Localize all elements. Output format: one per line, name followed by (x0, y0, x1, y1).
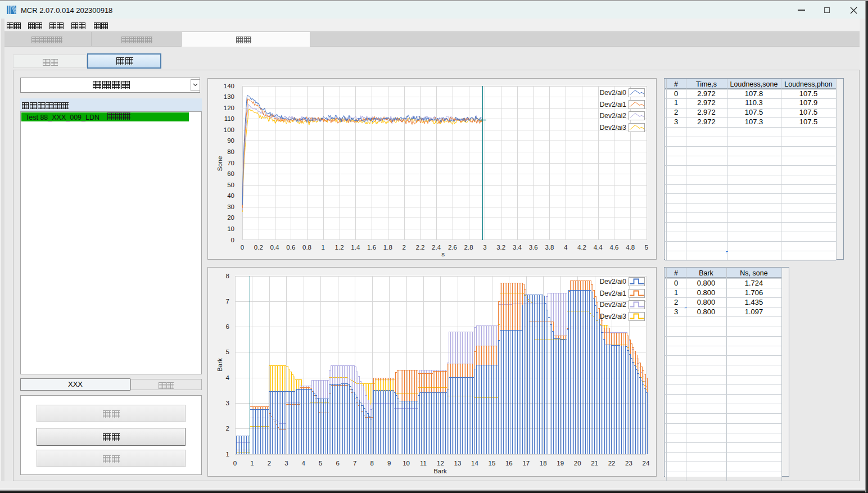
svg-text:0.8: 0.8 (302, 244, 311, 251)
svg-text:Bark: Bark (216, 358, 223, 372)
svg-text:18: 18 (540, 460, 547, 467)
svg-text:4.6: 4.6 (610, 244, 619, 251)
svg-text:3.6: 3.6 (529, 244, 538, 251)
svg-text:0: 0 (231, 237, 234, 243)
svg-text:1: 1 (226, 451, 229, 458)
svg-text:12: 12 (437, 460, 444, 467)
svg-text:Dev2/ai3: Dev2/ai3 (600, 313, 627, 320)
svg-text:2: 2 (226, 425, 229, 432)
svg-text:3: 3 (226, 400, 229, 406)
svg-text:30: 30 (227, 203, 234, 210)
svg-text:3.4: 3.4 (513, 244, 522, 251)
svg-text:3: 3 (284, 460, 288, 467)
svg-text:11: 11 (420, 460, 427, 467)
svg-text:0.2: 0.2 (254, 244, 263, 251)
svg-text:3.2: 3.2 (496, 244, 505, 251)
svg-text:Dev2/ai0: Dev2/ai0 (600, 89, 627, 97)
svg-text:80: 80 (227, 148, 234, 155)
svg-text:2.6: 2.6 (448, 244, 457, 251)
svg-text:Sone: Sone (216, 156, 223, 171)
svg-text:7: 7 (226, 298, 229, 305)
svg-text:23: 23 (625, 460, 632, 467)
svg-text:40: 40 (227, 192, 234, 199)
svg-text:1.4: 1.4 (351, 244, 360, 251)
svg-text:0: 0 (233, 460, 237, 467)
svg-text:1.2: 1.2 (335, 244, 344, 251)
svg-text:10: 10 (403, 460, 410, 467)
svg-text:6: 6 (226, 323, 229, 330)
svg-text:Dev2/ai2: Dev2/ai2 (600, 112, 627, 120)
svg-text:Bark: Bark (433, 468, 447, 474)
svg-text:8: 8 (226, 273, 229, 279)
svg-text:0.6: 0.6 (286, 244, 295, 251)
svg-text:Dev2/ai3: Dev2/ai3 (600, 124, 627, 132)
svg-text:5: 5 (319, 460, 322, 467)
svg-text:4: 4 (564, 244, 568, 251)
svg-text:6: 6 (336, 460, 339, 467)
svg-text:15: 15 (489, 460, 496, 467)
svg-text:90: 90 (227, 137, 234, 144)
svg-text:1: 1 (250, 460, 254, 467)
svg-text:1.6: 1.6 (367, 244, 376, 251)
svg-text:1: 1 (322, 244, 325, 251)
svg-text:140: 140 (224, 83, 234, 89)
svg-text:21: 21 (591, 460, 598, 467)
svg-text:50: 50 (227, 182, 234, 188)
svg-text:5: 5 (645, 244, 648, 251)
svg-text:13: 13 (454, 460, 462, 467)
svg-text:2: 2 (402, 244, 405, 251)
svg-text:8: 8 (370, 460, 373, 467)
svg-text:4.2: 4.2 (577, 244, 586, 251)
svg-text:2.4: 2.4 (432, 244, 441, 251)
svg-text:3.8: 3.8 (545, 244, 554, 251)
svg-text:2: 2 (268, 460, 271, 467)
svg-text:110: 110 (224, 115, 234, 122)
svg-text:0: 0 (241, 244, 244, 251)
svg-text:Dev2/ai1: Dev2/ai1 (600, 290, 627, 297)
svg-text:3: 3 (483, 244, 486, 251)
svg-text:130: 130 (224, 93, 234, 100)
svg-text:9: 9 (387, 460, 391, 467)
svg-text:120: 120 (224, 105, 234, 111)
svg-text:2.8: 2.8 (464, 244, 473, 251)
svg-text:20: 20 (227, 214, 234, 221)
svg-text:16: 16 (505, 460, 513, 467)
svg-text:0.4: 0.4 (270, 244, 280, 251)
svg-text:4.4: 4.4 (594, 244, 603, 251)
svg-text:17: 17 (522, 460, 530, 467)
svg-text:14: 14 (471, 460, 478, 467)
svg-text:4.8: 4.8 (626, 244, 635, 251)
svg-text:60: 60 (227, 170, 234, 177)
svg-text:s: s (441, 251, 445, 257)
svg-text:4: 4 (226, 374, 230, 381)
svg-text:20: 20 (574, 460, 581, 467)
svg-text:7: 7 (353, 460, 356, 467)
svg-text:19: 19 (557, 460, 564, 467)
svg-text:Dev2/ai0: Dev2/ai0 (600, 278, 627, 286)
svg-text:Dev2/ai1: Dev2/ai1 (600, 101, 627, 108)
svg-text:10: 10 (227, 225, 234, 232)
svg-text:Dev2/ai2: Dev2/ai2 (600, 301, 627, 309)
svg-text:1.8: 1.8 (383, 244, 392, 251)
svg-text:5: 5 (226, 349, 229, 355)
svg-text:4: 4 (302, 460, 306, 467)
svg-text:70: 70 (227, 160, 234, 166)
svg-text:24: 24 (643, 460, 650, 467)
svg-text:22: 22 (608, 460, 616, 467)
svg-text:2.2: 2.2 (415, 244, 424, 251)
svg-text:100: 100 (224, 126, 234, 133)
